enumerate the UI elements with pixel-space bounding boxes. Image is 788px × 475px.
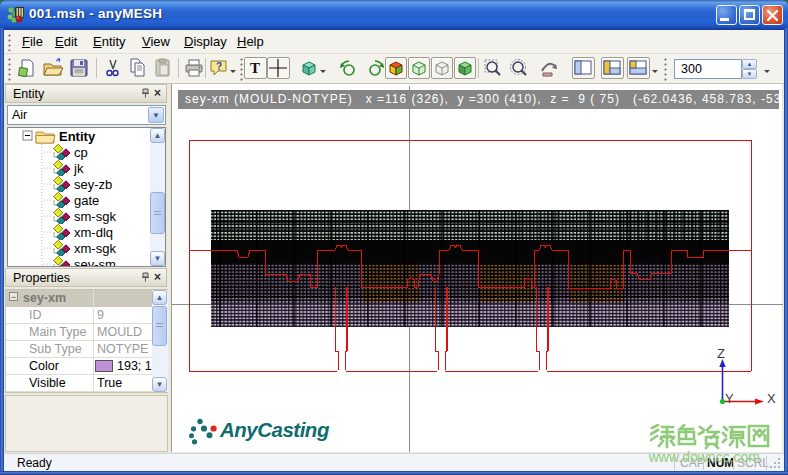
svg-text:AnyCasting: AnyCasting: [219, 418, 330, 441]
svg-text:T: T: [250, 60, 260, 76]
svg-text:?: ?: [216, 61, 222, 72]
svg-text:Entity: Entity: [59, 129, 96, 144]
svg-text:Y: Y: [725, 391, 734, 406]
svg-text:X: X: [767, 391, 776, 406]
svg-text:Z: Z: [717, 346, 725, 361]
